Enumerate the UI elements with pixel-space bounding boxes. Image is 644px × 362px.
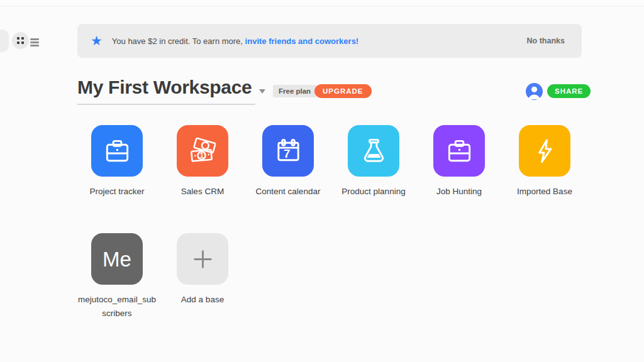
plus-icon — [188, 244, 218, 274]
base-label: mejutoco_email_subscribers — [78, 293, 156, 320]
svg-text:1: 1 — [199, 151, 203, 159]
briefcase-icon — [445, 136, 474, 166]
star-icon: ★ — [91, 34, 103, 47]
base-tile[interactable] — [519, 125, 570, 177]
base-initials: Me — [103, 249, 131, 270]
bases-grid-row-1: Project tracker 1 Sales CRM 7 Content ca — [74, 125, 587, 199]
chevron-down-icon[interactable] — [259, 89, 265, 94]
page-top-divider — [0, 0, 644, 6]
credit-banner: ★ You have $2 in credit. To earn more, i… — [77, 24, 582, 58]
base-tile[interactable]: 7 — [262, 125, 314, 177]
base-tile[interactable]: Me — [91, 233, 143, 285]
bases-grid-row-2: Me mejutoco_email_subscribers Add a base — [74, 233, 587, 320]
lightning-bolt-icon — [530, 136, 560, 166]
add-base-tile[interactable] — [177, 233, 228, 285]
add-base-label: Add a base — [181, 293, 224, 307]
upgrade-button[interactable]: UPGRADE — [314, 84, 372, 98]
credit-message: You have $2 in credit. To earn more, — [112, 36, 243, 46]
base-label: Content calendar — [256, 185, 321, 199]
base-label: Project tracker — [89, 185, 144, 199]
base-tile[interactable]: 1 — [177, 125, 228, 177]
grid-view-toggle-button[interactable] — [12, 32, 29, 49]
base-label: Sales CRM — [181, 185, 224, 199]
list-view-toggle-button[interactable] — [29, 37, 40, 48]
money-icon: 1 — [188, 136, 218, 166]
base-item: Imported Base — [502, 125, 587, 199]
sidebar-collapsed-handle[interactable] — [0, 30, 9, 52]
user-avatar[interactable] — [526, 83, 543, 100]
calendar-icon: 7 — [274, 136, 303, 166]
base-item: 1 Sales CRM — [160, 125, 245, 199]
base-item: Job Hunting — [416, 125, 502, 199]
credit-banner-text: You have $2 in credit. To earn more, inv… — [112, 36, 358, 46]
base-tile[interactable] — [348, 125, 399, 177]
base-item: Me mejutoco_email_subscribers — [74, 233, 160, 320]
base-label: Job Hunting — [436, 185, 482, 199]
flask-icon — [359, 136, 389, 166]
grid-dots-icon — [17, 37, 24, 44]
briefcase-icon — [103, 136, 132, 166]
base-item: 7 Content calendar — [245, 125, 331, 199]
dismiss-banner-button[interactable]: No thanks — [527, 36, 565, 45]
base-label: Product planning — [341, 185, 405, 199]
base-label: Imported Base — [517, 185, 572, 199]
workspace-title: My First Workspace — [77, 77, 255, 105]
share-button[interactable]: SHARE — [547, 84, 591, 98]
add-base-item: Add a base — [160, 233, 245, 320]
invite-friends-link[interactable]: invite friends and coworkers! — [245, 36, 359, 46]
base-tile[interactable] — [433, 125, 485, 177]
svg-text:7: 7 — [283, 147, 289, 160]
plan-badge: Free plan — [273, 85, 316, 97]
base-item: Project tracker — [74, 125, 160, 199]
base-item: Product planning — [331, 125, 416, 199]
base-tile[interactable] — [91, 125, 143, 177]
